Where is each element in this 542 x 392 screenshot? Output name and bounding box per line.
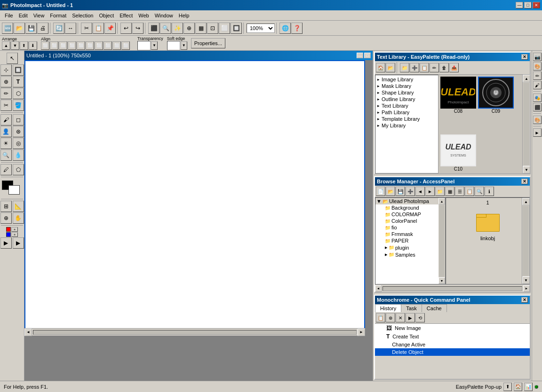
scroll-left-btn[interactable]: ◄ — [24, 329, 32, 336]
menu-format[interactable]: Format — [47, 12, 69, 19]
add-color2[interactable]: + — [11, 232, 18, 237]
redo-btn[interactable]: ↪ — [132, 23, 143, 34]
canvas-maximize-btn[interactable]: □ — [364, 53, 371, 58]
draw-tool[interactable]: ✏ — [0, 88, 12, 99]
align-bottom-btn[interactable]: ⬜ — [86, 41, 94, 50]
add-color[interactable]: + — [11, 227, 18, 232]
ep-btn2[interactable]: ➕ — [410, 63, 419, 72]
ep-btn5[interactable]: 🗑 — [439, 63, 449, 72]
eraser-tool[interactable]: ◻ — [13, 114, 24, 125]
soft-edge-down-btn[interactable]: ▼ — [181, 41, 187, 50]
distribute-v-btn[interactable]: ⬜ — [104, 41, 112, 50]
ruler-tool[interactable]: 📐 — [13, 201, 24, 212]
history-change-active[interactable]: Change Active — [375, 341, 530, 348]
rs-btn4[interactable]: 🖌 — [533, 81, 542, 89]
browse-scroll-up[interactable]: ▲ — [438, 198, 445, 204]
arrange-down-btn[interactable]: ▼ — [11, 41, 19, 50]
grid-btn[interactable]: ▦ — [195, 23, 207, 34]
tree-my-library[interactable]: ▸My Library — [376, 122, 437, 129]
thumb-c09[interactable]: U C09 — [478, 77, 514, 133]
hand-tool[interactable]: ✋ — [13, 212, 24, 224]
zoom2-tool[interactable]: ⊕ — [0, 212, 12, 224]
rs-color-wheel[interactable]: 🎨 — [533, 116, 542, 124]
match-btn[interactable]: ⬜ — [112, 41, 121, 50]
h-scrollbar[interactable]: ◄ ► — [24, 328, 365, 336]
browse-h-scroll-right[interactable]: ► — [523, 285, 530, 292]
pen-tool[interactable]: 🖊 — [0, 164, 12, 175]
menu-effect[interactable]: Effect — [117, 12, 136, 19]
speed-btn[interactable]: ▶ — [0, 237, 12, 249]
bm-forward-btn[interactable]: ► — [425, 187, 435, 196]
browse-tree-colormap[interactable]: 📁COLORMAP — [375, 211, 438, 218]
align-mid-btn[interactable]: ⬜ — [77, 41, 85, 50]
select-btn[interactable]: ⬜ — [219, 23, 230, 34]
rs-btn5[interactable]: 🎭 — [533, 94, 542, 102]
soft-edge-input[interactable] — [167, 41, 180, 50]
expand-btn[interactable]: ⊕ — [183, 23, 195, 34]
print-btn[interactable]: 🖨 — [37, 23, 48, 34]
qcp-tab-cache[interactable]: Cache — [422, 304, 447, 312]
browse-tree-plugin[interactable]: ▸📁plugin — [375, 244, 438, 251]
ep-btn3[interactable]: 📋 — [420, 63, 429, 72]
history-delete-object[interactable]: Delete Object — [375, 348, 530, 356]
menu-file[interactable]: File — [2, 12, 16, 19]
open-btn[interactable]: 📂 — [14, 23, 25, 34]
rotate-btn[interactable]: 🔄 — [53, 23, 64, 34]
menu-window[interactable]: Window — [152, 12, 176, 19]
bm-info-btn[interactable]: ℹ — [485, 187, 494, 196]
browse-tree-background[interactable]: 📁Background — [375, 204, 438, 211]
cut-btn[interactable]: ✂ — [81, 23, 92, 34]
rs-btn6[interactable]: ⬛ — [533, 103, 542, 111]
maximize-button[interactable]: □ — [524, 2, 532, 8]
ep-btn6[interactable]: 📤 — [449, 63, 459, 72]
path-tool[interactable]: ⬠ — [13, 164, 24, 175]
preview-scroll-up[interactable]: ▲ — [522, 198, 530, 205]
repair-tool[interactable]: ⊛ — [13, 126, 24, 137]
bm-open-btn[interactable]: 📂 — [386, 187, 395, 196]
arrange-top-btn[interactable]: ⬆ — [20, 41, 28, 50]
tree-outline-library[interactable]: ▸Outline Library — [376, 96, 437, 102]
menu-web[interactable]: Web — [136, 12, 151, 19]
clone-tool[interactable]: 👤 — [0, 126, 12, 137]
qcp-tab-task[interactable]: Task — [401, 304, 422, 312]
effect2-btn[interactable]: ✨ — [172, 23, 183, 34]
bm-new-btn[interactable]: 📄 — [376, 187, 385, 196]
status-btn1[interactable]: ⬆ — [503, 383, 512, 391]
blue-color[interactable] — [6, 232, 11, 237]
rs-btn2[interactable]: 🎨 — [533, 62, 542, 71]
minimize-button[interactable]: — — [516, 2, 523, 8]
tree-text-library[interactable]: ▸Text Library — [376, 102, 437, 109]
text-tool[interactable]: T — [13, 76, 24, 87]
browse-tree-samples[interactable]: ▸📁Samples — [375, 251, 438, 258]
red-color[interactable] — [6, 227, 11, 232]
browse-tree-paper[interactable]: 📁PAPER — [375, 237, 438, 244]
ep-scroll-up[interactable]: ▲ — [523, 75, 530, 82]
qcp-toolbar-btn1[interactable]: 📋 — [376, 313, 385, 322]
transparency-down-btn[interactable]: ▼ — [151, 41, 158, 50]
browse-scroll-thumb[interactable] — [439, 205, 445, 277]
zoom-select[interactable]: 100% 50% 200% — [247, 24, 275, 33]
qcp-toolbar-btn2[interactable]: ⊛ — [386, 313, 395, 322]
preview-scroll-down[interactable]: ▼ — [522, 276, 530, 284]
filter-btn[interactable]: 🔍 — [160, 23, 171, 34]
distribute-h-btn[interactable]: ⬜ — [95, 41, 103, 50]
arrange-up-btn[interactable]: ▲ — [2, 41, 10, 50]
eyedrop-tool[interactable]: 💧 — [13, 149, 24, 161]
tree-shape-library[interactable]: ▸Shape Library — [376, 89, 437, 96]
browse-scroll-down[interactable]: ▼ — [438, 277, 445, 284]
transform-tool[interactable]: ⊕ — [0, 76, 12, 87]
rs-btn3[interactable]: ✏ — [533, 71, 542, 80]
lasso-tool[interactable]: 🔲 — [13, 64, 24, 76]
browse-tree-root[interactable]: ▼ 📂 Ulead PhotoImpa — [375, 198, 438, 204]
menu-object[interactable]: Object — [96, 12, 117, 19]
ep-scroll-down[interactable]: ▼ — [523, 166, 530, 173]
thumb-c08[interactable]: ULEAD PhotoImpact C08 — [440, 77, 476, 133]
ep-scroll-thumb[interactable] — [523, 83, 529, 165]
bm-add-btn[interactable]: ➕ — [406, 187, 415, 196]
ep-folder-btn[interactable]: 📂 — [386, 63, 395, 72]
save-btn[interactable]: 💾 — [25, 23, 37, 34]
align-left-btn[interactable]: ⬜ — [41, 41, 49, 50]
fill-tool[interactable]: 🪣 — [13, 100, 24, 111]
status-btn3[interactable]: 📊 — [524, 383, 533, 391]
new-btn[interactable]: 🆕 — [2, 23, 13, 34]
